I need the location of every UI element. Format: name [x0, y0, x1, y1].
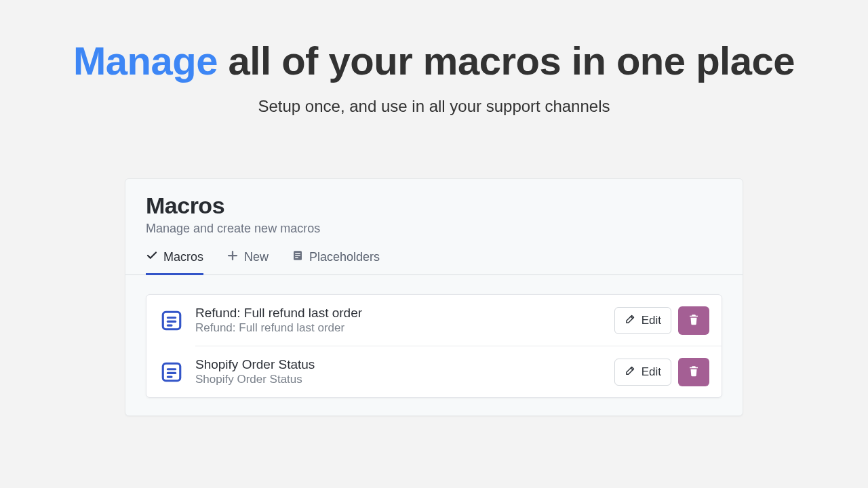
list-item: Shopify Order Status Shopify Order Statu…: [146, 346, 722, 397]
list-item-text: Shopify Order Status Shopify Order Statu…: [195, 357, 604, 386]
trash-icon: [688, 312, 700, 328]
edit-label: Edit: [642, 314, 661, 327]
list-item-actions: Edit: [614, 358, 709, 386]
tab-new[interactable]: New: [226, 249, 269, 275]
edit-icon: [625, 365, 636, 380]
list-item-title: Shopify Order Status: [195, 357, 604, 372]
hero-rest: all of your macros in one place: [218, 39, 795, 83]
tab-label: New: [244, 250, 269, 264]
list-item-desc: Refund: Full refund last order: [195, 321, 604, 335]
edit-button[interactable]: Edit: [614, 307, 671, 334]
plus-icon: [226, 249, 239, 265]
tab-macros[interactable]: Macros: [146, 249, 203, 275]
trash-icon: [688, 364, 700, 380]
svg-rect-5: [295, 257, 298, 258]
edit-button[interactable]: Edit: [614, 359, 671, 386]
panel-header: Macros Manage and create new macros: [125, 179, 743, 236]
hero: Manage all of your macros in one place S…: [0, 0, 868, 116]
hero-title: Manage all of your macros in one place: [0, 38, 868, 83]
svg-rect-3: [295, 253, 300, 254]
delete-button[interactable]: [678, 306, 709, 335]
check-icon: [146, 249, 158, 265]
list-item-actions: Edit: [614, 306, 709, 335]
document-icon: [159, 308, 184, 333]
delete-button[interactable]: [678, 358, 709, 386]
placeholder-icon: [292, 249, 304, 265]
tabs: Macros New Placeholders: [125, 236, 743, 275]
list-item-title: Refund: Full refund last order: [195, 306, 604, 321]
panel-subtitle: Manage and create new macros: [146, 222, 722, 236]
document-icon: [159, 359, 184, 385]
tab-label: Placeholders: [309, 250, 380, 264]
list-item-text: Refund: Full refund last order Refund: F…: [195, 306, 604, 335]
edit-icon: [625, 313, 636, 328]
tab-placeholders[interactable]: Placeholders: [292, 249, 380, 275]
hero-subtitle: Setup once, and use in all your support …: [0, 97, 868, 116]
list-item: Refund: Full refund last order Refund: F…: [146, 295, 722, 346]
macros-list: Refund: Full refund last order Refund: F…: [146, 294, 722, 398]
svg-rect-4: [295, 255, 300, 256]
edit-label: Edit: [642, 365, 661, 379]
macros-panel: Macros Manage and create new macros Macr…: [125, 178, 743, 416]
panel-title: Macros: [146, 192, 722, 219]
list-item-desc: Shopify Order Status: [195, 373, 604, 386]
hero-highlight: Manage: [73, 39, 218, 83]
tab-label: Macros: [163, 250, 203, 264]
